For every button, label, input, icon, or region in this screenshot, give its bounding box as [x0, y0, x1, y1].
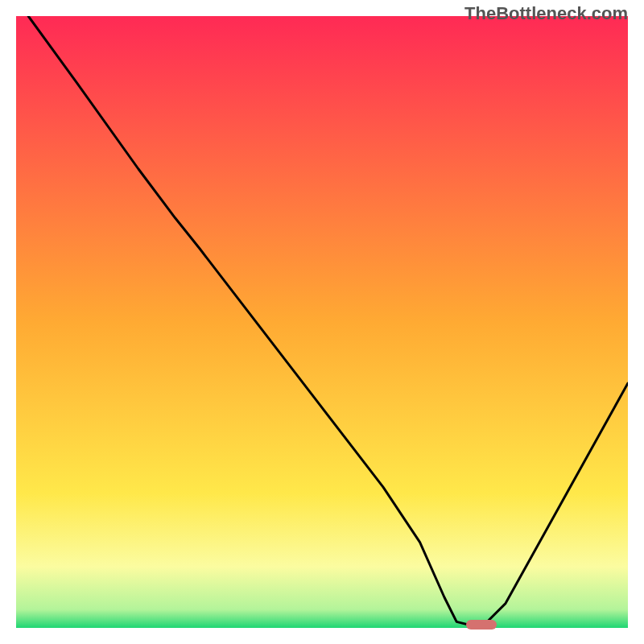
- optimal-marker: [466, 620, 497, 630]
- bottleneck-curve: [28, 16, 628, 628]
- plot-area: [16, 16, 628, 628]
- curve-layer: [16, 16, 628, 628]
- watermark-text: TheBottleneck.com: [464, 3, 628, 24]
